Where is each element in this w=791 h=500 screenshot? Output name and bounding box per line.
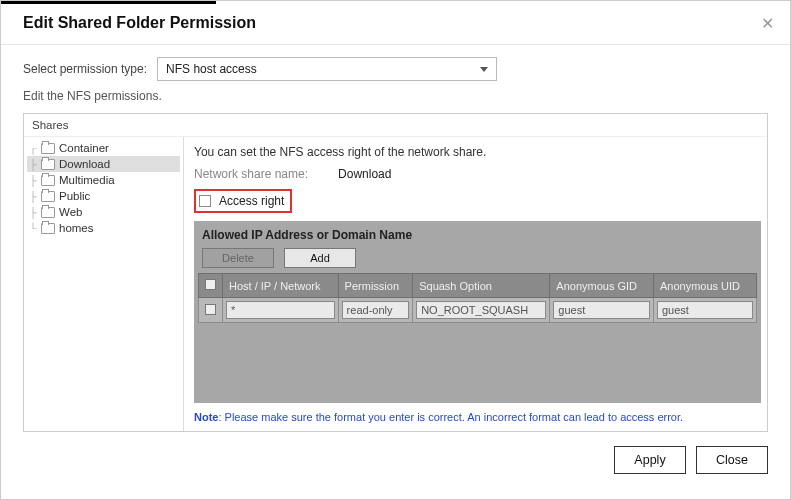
- dialog-title: Edit Shared Folder Permission: [23, 14, 768, 32]
- permission-type-select[interactable]: NFS host access: [157, 57, 497, 81]
- col-host[interactable]: Host / IP / Network: [223, 274, 339, 298]
- folder-icon: [41, 159, 55, 170]
- close-button[interactable]: Close: [696, 446, 768, 474]
- shares-panel-body: ┌ Container ├ Download ├ Multimedia: [24, 137, 767, 431]
- folder-icon: [41, 223, 55, 234]
- allowed-ip-buttons: Delete Add: [198, 245, 757, 273]
- folder-icon: [41, 207, 55, 218]
- shares-tree: ┌ Container ├ Download ├ Multimedia: [24, 137, 184, 431]
- tree-item-label: Multimedia: [59, 174, 115, 186]
- note-text: : Please make sure the format you enter …: [218, 411, 683, 423]
- access-right-highlight: Access right: [194, 189, 292, 213]
- tree-item-container[interactable]: ┌ Container: [27, 140, 180, 156]
- tree-item-label: Container: [59, 142, 109, 154]
- checkbox-icon[interactable]: [205, 304, 216, 315]
- cell-host: *: [223, 298, 339, 323]
- allowed-ip-title: Allowed IP Address or Domain Name: [198, 225, 757, 245]
- cell-permission: read-only: [338, 298, 413, 323]
- row-checkbox-cell[interactable]: [199, 298, 223, 323]
- col-anon-gid[interactable]: Anonymous GID: [550, 274, 654, 298]
- tree-item-label: Web: [59, 206, 82, 218]
- host-input[interactable]: *: [226, 301, 335, 319]
- edit-shared-folder-permission-dialog: Edit Shared Folder Permission ✕ Select p…: [0, 0, 791, 500]
- checkbox-icon[interactable]: [205, 279, 216, 290]
- dialog-body: Select permission type: NFS host access …: [1, 45, 790, 436]
- format-note: Note: Please make sure the format you en…: [194, 411, 761, 423]
- anon-uid-input[interactable]: guest: [657, 301, 753, 319]
- col-anon-uid[interactable]: Anonymous UID: [653, 274, 756, 298]
- apply-button[interactable]: Apply: [614, 446, 686, 474]
- tree-item-download[interactable]: ├ Download: [27, 156, 180, 172]
- cell-anon-uid: guest: [653, 298, 756, 323]
- tree-connector-icon: ├: [29, 191, 37, 202]
- add-button[interactable]: Add: [284, 248, 356, 268]
- access-right-label: Access right: [219, 194, 284, 208]
- edit-nfs-note: Edit the NFS permissions.: [23, 89, 768, 103]
- detail-intro: You can set the NFS access right of the …: [194, 145, 761, 159]
- tree-connector-icon: ├: [29, 207, 37, 218]
- permission-type-label: Select permission type:: [23, 62, 147, 76]
- tree-connector-icon: ├: [29, 159, 37, 170]
- table-empty-space: [198, 323, 757, 399]
- tree-connector-icon: ┌: [29, 143, 37, 154]
- access-right-checkbox[interactable]: [199, 195, 211, 207]
- share-detail-panel: You can set the NFS access right of the …: [184, 137, 767, 431]
- cell-squash: NO_ROOT_SQUASH: [413, 298, 550, 323]
- tree-item-web[interactable]: ├ Web: [27, 204, 180, 220]
- dialog-header: Edit Shared Folder Permission ✕: [1, 4, 790, 45]
- delete-button[interactable]: Delete: [202, 248, 274, 268]
- network-share-name-value: Download: [338, 167, 391, 181]
- tree-connector-icon: └: [29, 223, 37, 234]
- tree-connector-icon: ├: [29, 175, 37, 186]
- allowed-ip-panel: Allowed IP Address or Domain Name Delete…: [194, 221, 761, 403]
- select-all-header[interactable]: [199, 274, 223, 298]
- table-row[interactable]: * read-only NO_ROOT_SQUASH guest guest: [199, 298, 757, 323]
- chevron-down-icon: [480, 67, 488, 72]
- tree-item-multimedia[interactable]: ├ Multimedia: [27, 172, 180, 188]
- network-share-name-row: Network share name: Download: [194, 167, 761, 181]
- dialog-footer: Apply Close: [1, 436, 790, 488]
- tree-item-public[interactable]: ├ Public: [27, 188, 180, 204]
- tree-item-label: homes: [59, 222, 94, 234]
- network-share-name-label: Network share name:: [194, 167, 308, 181]
- anon-gid-input[interactable]: guest: [553, 301, 650, 319]
- tree-item-homes[interactable]: └ homes: [27, 220, 180, 236]
- note-label: Note: [194, 411, 218, 423]
- permission-type-row: Select permission type: NFS host access: [23, 57, 768, 81]
- close-icon[interactable]: ✕: [755, 12, 780, 35]
- col-squash[interactable]: Squash Option: [413, 274, 550, 298]
- shares-panel-header: Shares: [24, 114, 767, 137]
- permission-select[interactable]: read-only: [342, 301, 410, 319]
- folder-icon: [41, 143, 55, 154]
- tree-item-label: Public: [59, 190, 90, 202]
- permission-type-value: NFS host access: [166, 62, 257, 76]
- tree-item-label: Download: [59, 158, 110, 170]
- shares-panel: Shares ┌ Container ├ Download ├: [23, 113, 768, 432]
- cell-anon-gid: guest: [550, 298, 654, 323]
- allowed-ip-table: Host / IP / Network Permission Squash Op…: [198, 273, 757, 323]
- folder-icon: [41, 175, 55, 186]
- folder-icon: [41, 191, 55, 202]
- col-permission[interactable]: Permission: [338, 274, 413, 298]
- squash-select[interactable]: NO_ROOT_SQUASH: [416, 301, 546, 319]
